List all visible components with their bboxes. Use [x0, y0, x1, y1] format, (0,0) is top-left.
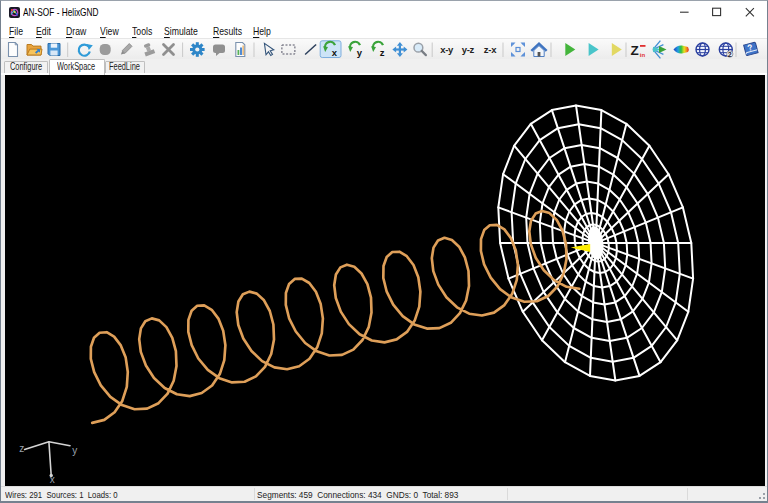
svg-text:in: in — [640, 51, 646, 57]
svg-text:Z: Z — [631, 42, 639, 57]
svg-text:z: z — [380, 47, 385, 58]
svg-text:y-z: y-z — [462, 44, 475, 55]
svg-text:x: x — [49, 474, 54, 485]
svg-text:x: x — [332, 47, 338, 58]
svg-text:z-x: z-x — [484, 44, 497, 55]
svg-text:y: y — [357, 47, 363, 58]
svg-text:z: z — [19, 443, 24, 454]
svg-text:x-y: x-y — [440, 44, 454, 55]
svg-text:2: 2 — [728, 50, 732, 57]
svg-text:y: y — [72, 444, 77, 455]
